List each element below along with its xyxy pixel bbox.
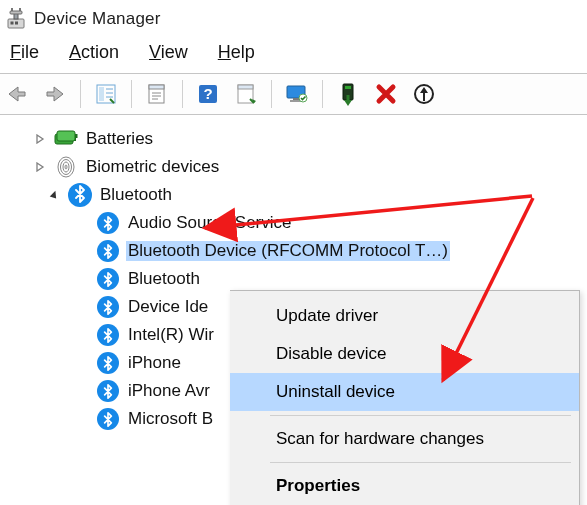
tree-label: iPhone: [126, 353, 183, 373]
bluetooth-icon: [96, 379, 120, 403]
bluetooth-icon: [96, 351, 120, 375]
tree-label: Intel(R) Wir: [126, 325, 216, 345]
tree-label: Biometric devices: [84, 157, 221, 177]
bluetooth-icon: [96, 407, 120, 431]
toolbar-back-button[interactable]: [2, 80, 32, 108]
expander-collapsed-icon[interactable]: [32, 159, 48, 175]
tree-label: Device Idе: [126, 297, 210, 317]
toolbar: ?: [0, 73, 587, 115]
menubar: File Action View Help: [0, 36, 587, 73]
toolbar-separator: [182, 80, 183, 108]
toolbar-properties-button[interactable]: [142, 80, 172, 108]
bluetooth-icon: [96, 239, 120, 263]
tree-node-batteries[interactable]: Batteries: [10, 125, 583, 153]
expander-collapsed-icon[interactable]: [32, 131, 48, 147]
toolbar-forward-button[interactable]: [40, 80, 70, 108]
bluetooth-icon: [96, 295, 120, 319]
tree-label: Batteries: [84, 129, 155, 149]
expander-expanded-icon[interactable]: [46, 187, 62, 203]
svg-rect-23: [293, 98, 299, 100]
svg-point-38: [63, 162, 69, 172]
context-menu-scan-hardware[interactable]: Scan for hardware changes: [230, 420, 579, 458]
tree-node-bt-audio-source[interactable]: Audio Source Service: [10, 209, 583, 237]
svg-point-39: [65, 165, 67, 169]
tree-label: Bluetooth: [98, 185, 174, 205]
context-menu-separator: [270, 462, 571, 463]
bluetooth-icon: [96, 323, 120, 347]
toolbar-update-driver-button[interactable]: [231, 80, 261, 108]
tree-label: iPhone Avr: [126, 381, 212, 401]
toolbar-scan-button[interactable]: [409, 80, 439, 108]
device-manager-icon: [6, 8, 26, 30]
svg-rect-35: [75, 134, 78, 138]
context-menu-disable-device[interactable]: Disable device: [230, 335, 579, 373]
toolbar-display-button[interactable]: [282, 80, 312, 108]
svg-rect-20: [238, 85, 253, 89]
bluetooth-icon: [96, 211, 120, 235]
tree-label-selected: Bluetooth Device (RFCOMM Protocol T…): [126, 241, 450, 261]
context-menu-separator: [270, 415, 571, 416]
tree-node-biometric[interactable]: Biometric devices: [10, 153, 583, 181]
menu-file[interactable]: File: [10, 42, 39, 63]
svg-rect-13: [149, 85, 164, 89]
tree-node-bt-item[interactable]: Bluetooth: [10, 265, 583, 293]
context-menu-properties[interactable]: Properties: [230, 467, 579, 505]
tree-node-bluetooth[interactable]: Bluetooth: [10, 181, 583, 209]
tree-label: Microsoft B: [126, 409, 215, 429]
toolbar-uninstall-button[interactable]: [371, 80, 401, 108]
fingerprint-icon: [54, 155, 78, 179]
svg-rect-8: [99, 87, 104, 101]
svg-rect-2: [15, 22, 18, 25]
bluetooth-icon: [96, 267, 120, 291]
svg-rect-34: [57, 131, 75, 141]
titlebar: Device Manager: [0, 0, 587, 36]
menu-action[interactable]: Action: [69, 42, 119, 63]
menu-view[interactable]: View: [149, 42, 188, 63]
svg-rect-6: [10, 11, 22, 14]
context-menu-update-driver[interactable]: Update driver: [230, 297, 579, 335]
context-menu: Update driver Disable device Uninstall d…: [230, 290, 580, 505]
tree-node-bt-selected[interactable]: Bluetooth Device (RFCOMM Protocol T…): [10, 237, 583, 265]
tree-label: Bluetooth: [126, 269, 202, 289]
toolbar-separator: [271, 80, 272, 108]
tree-label: Audio Source Service: [126, 213, 293, 233]
svg-text:?: ?: [203, 85, 212, 102]
menu-help[interactable]: Help: [218, 42, 255, 63]
toolbar-help-button[interactable]: ?: [193, 80, 223, 108]
battery-icon: [54, 127, 78, 151]
svg-rect-27: [345, 86, 351, 89]
bluetooth-category-icon: [68, 183, 92, 207]
context-menu-uninstall-device[interactable]: Uninstall device: [230, 373, 579, 411]
svg-rect-1: [11, 22, 14, 25]
window-title: Device Manager: [34, 9, 161, 29]
toolbar-separator: [131, 80, 132, 108]
toolbar-separator: [80, 80, 81, 108]
toolbar-enable-button[interactable]: [333, 80, 363, 108]
svg-marker-31: [420, 87, 428, 101]
toolbar-separator: [322, 80, 323, 108]
toolbar-show-hidden-button[interactable]: [91, 80, 121, 108]
